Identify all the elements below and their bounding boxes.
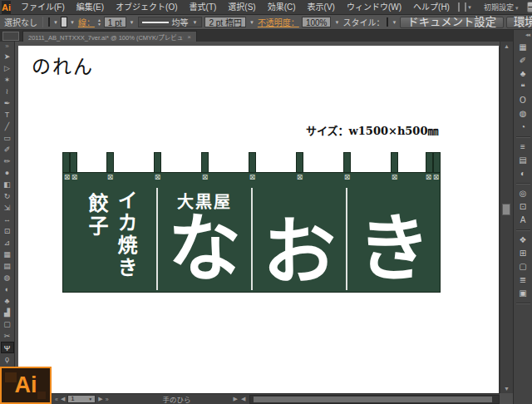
free-transform-tool[interactable]: ⊡ (1, 225, 14, 237)
color-panel-icon[interactable]: ▦ (516, 41, 530, 54)
vertical-scrollbar-thumb[interactable] (502, 204, 510, 215)
arrange-documents-icon[interactable]: ▼ (465, 2, 466, 12)
vertical-scrollbar[interactable]: ▲ ▼ (500, 42, 513, 393)
document-tab[interactable]: 20111_AB_NTTXXX_7ver.ai* @ 100% (CMYK/プレ… (22, 31, 197, 42)
expand-panels-icon[interactable]: ◂◂ (514, 30, 532, 41)
comment-panel-icon[interactable]: ❝ (516, 81, 530, 94)
stitch-mark-icon (249, 174, 256, 181)
zoom-tool[interactable]: ϙ (1, 353, 14, 365)
direct-selection-tool[interactable]: ▷ (1, 62, 14, 74)
eyedropper-tool[interactable]: ◍ (1, 272, 14, 283)
type-tool[interactable]: T (1, 109, 14, 121)
appearance-panel-icon[interactable]: ◎ (516, 187, 530, 200)
previous-artboard-icon[interactable]: ◀ (61, 396, 65, 402)
stroke-link[interactable]: 線： (78, 16, 95, 28)
menu-type[interactable]: 書式(T) (184, 0, 223, 15)
chevron-down-icon[interactable]: ▼ (249, 20, 255, 25)
transform-panel-icon[interactable]: ▢ (516, 260, 530, 273)
scroll-left-icon[interactable]: ◀ (241, 396, 245, 402)
menu-help[interactable]: ヘルプ(H) (407, 0, 456, 15)
tab-strip-icon[interactable] (2, 32, 19, 41)
transparency-panel-icon[interactable]: ◐ (516, 167, 530, 180)
rotate-tool[interactable]: ↻ (1, 190, 14, 202)
menu-window[interactable]: ウィンドウ(W) (341, 0, 407, 15)
line-tool[interactable]: ╱ (1, 121, 14, 132)
app-icon[interactable]: Ai (2, 1, 11, 14)
layers-panel-icon[interactable]: ❖ (516, 234, 530, 247)
minimize-button[interactable]: — (527, 2, 532, 12)
chevron-down-icon[interactable]: ▼ (391, 20, 397, 25)
brushes-panel-icon[interactable]: ✐ (516, 54, 530, 67)
horizontal-scrollbar[interactable] (249, 395, 500, 404)
blend-tool[interactable]: ◐ (1, 283, 14, 295)
opacity-field[interactable]: 100% (302, 17, 332, 27)
close-icon[interactable]: × (187, 33, 191, 41)
gradient-tool[interactable]: ▤ (1, 260, 14, 272)
navigator-panel-icon[interactable]: ◔ (516, 121, 530, 134)
pathfinder-panel-icon[interactable]: ▣ (516, 287, 530, 300)
color-guide-panel-icon[interactable]: ◍ (516, 107, 530, 121)
last-artboard-icon[interactable]: » (106, 397, 109, 402)
chevron-down-icon[interactable]: ▼ (333, 20, 340, 25)
stroke-color-swatch[interactable] (62, 17, 66, 27)
opentype-panel-icon[interactable]: O (516, 94, 530, 107)
scroll-down-icon[interactable]: ▼ (500, 386, 513, 392)
document-setup-button[interactable]: ドキュメント設定 (400, 17, 504, 28)
width-tool[interactable]: ↔ (1, 214, 14, 225)
graphic-styles-panel-icon[interactable]: ⊡ (516, 200, 530, 214)
workspace-switcher[interactable]: 初期設定 (484, 2, 518, 12)
gradient-panel-icon[interactable]: ▤ (516, 154, 530, 167)
menu-view[interactable]: 表示(V) (302, 0, 341, 15)
style-swatch[interactable] (387, 17, 388, 27)
artboards-panel-icon[interactable]: ⊞ (516, 247, 530, 260)
chevron-down-icon[interactable]: ▼ (52, 20, 59, 25)
perspective-grid-tool[interactable]: ⊿ (1, 237, 14, 249)
selection-tool[interactable]: ➤ (1, 51, 14, 62)
mesh-tool[interactable]: ▦ (1, 249, 14, 260)
menu-edit[interactable]: 編集(E) (71, 0, 110, 15)
magic-wand-tool[interactable]: ✶ (1, 74, 14, 86)
menu-object[interactable]: オブジェクト(O) (110, 0, 183, 15)
bridge-icon[interactable] (458, 2, 460, 12)
hand-tool[interactable]: Ψ (1, 342, 14, 353)
lasso-tool[interactable]: ≀ (1, 86, 14, 97)
opacity-link[interactable]: 不透明度： (258, 16, 299, 28)
menu-effect[interactable]: 効果(C) (262, 0, 302, 15)
horizontal-scrollbar-thumb[interactable] (254, 397, 492, 402)
stroke-panel-icon[interactable]: ≡ (516, 140, 530, 154)
first-artboard-icon[interactable]: « (55, 397, 58, 402)
eraser-tool[interactable]: ◧ (1, 179, 14, 190)
slice-tool[interactable]: ✂ (1, 330, 14, 342)
scroll-up-icon[interactable]: ▲ (500, 43, 513, 49)
next-artboard-icon[interactable]: ▶ (98, 396, 102, 402)
paintbrush-tool[interactable]: ✐ (1, 144, 14, 155)
align-panel-icon[interactable]: ≣ (516, 273, 530, 287)
canvas-area[interactable]: のれん サイズ：w1500×h500㎜ (15, 42, 500, 393)
chevron-down-icon[interactable]: ▼ (69, 20, 76, 25)
column-graph-tool[interactable]: ▟ (1, 307, 14, 318)
blob-brush-tool[interactable]: ● (1, 167, 14, 179)
rectangle-tool[interactable]: ▭ (1, 132, 14, 144)
fill-color-swatch[interactable] (48, 17, 50, 27)
scroll-right-icon[interactable]: ▶ (234, 396, 238, 402)
artboard-number-field[interactable]: 1 ▼ (67, 395, 96, 403)
preferences-button[interactable]: 環境設定 (506, 17, 532, 28)
artboard-tool[interactable]: ▢ (1, 318, 14, 330)
artboard[interactable]: のれん サイズ：w1500×h500㎜ (18, 46, 499, 393)
menu-select[interactable]: 選択(S) (222, 0, 261, 15)
pen-tool[interactable]: ✒ (1, 97, 14, 109)
pencil-tool[interactable]: ✏ (1, 155, 14, 167)
scale-tool[interactable]: ⇲ (1, 202, 14, 214)
collapse-panel-icon[interactable]: » (1, 42, 14, 51)
stitch-mark-icon (106, 174, 114, 181)
chevron-down-icon[interactable]: ▼ (129, 20, 135, 25)
stroke-width-stepper[interactable]: ▲▼ (97, 18, 101, 27)
stroke-width-field[interactable]: 1 pt (104, 17, 126, 27)
character-panel-icon[interactable]: A (516, 214, 530, 227)
menu-file[interactable]: ファイル(F) (15, 0, 71, 15)
symbols-panel-icon[interactable]: ♣ (516, 67, 530, 81)
symbol-sprayer-tool[interactable]: ♣ (1, 295, 14, 307)
noren-hanging-tab (70, 152, 77, 174)
stroke-profile-dropdown[interactable]: 均等 ▼ (138, 17, 203, 27)
brush-dropdown[interactable]: 2 pt 楕円 (204, 17, 245, 27)
